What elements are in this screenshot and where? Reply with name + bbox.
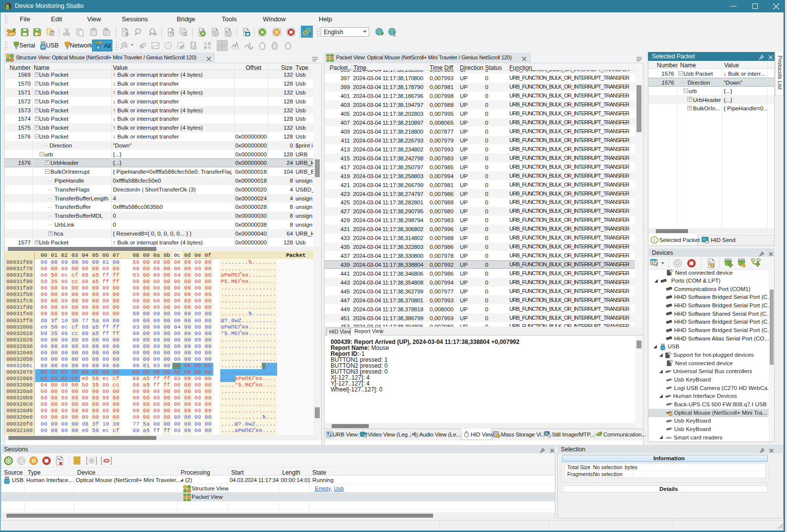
svg-text:i: i	[654, 238, 655, 243]
